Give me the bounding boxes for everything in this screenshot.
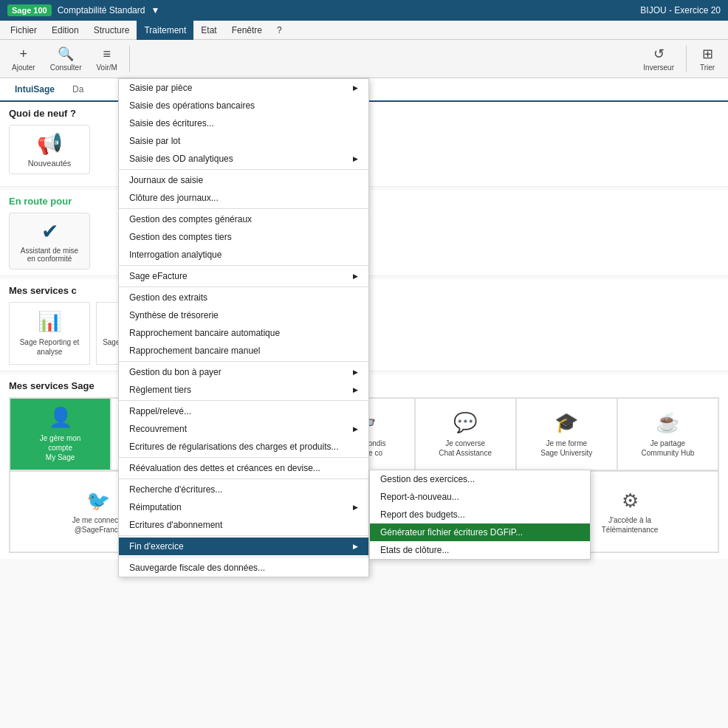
reporting-label: Sage Reporting etanalyse: [20, 337, 80, 357]
consult-icon: 🔍: [58, 46, 74, 62]
fin-exercice-submenu: Gestion des exercices... Report-à-nouvea…: [369, 470, 591, 560]
university-label: Je me formeSage University: [540, 439, 592, 458]
voir-icon: ≡: [103, 47, 111, 62]
conformite-icon: ✔: [41, 219, 58, 244]
sep1: [119, 169, 368, 170]
menu-etat[interactable]: Etat: [193, 21, 224, 40]
submenu-generateur-dgfip[interactable]: Générateur fichier écritures DGFiP...: [370, 523, 590, 541]
menu-fenetre[interactable]: Fenêtre: [224, 21, 269, 40]
menu-reimputation[interactable]: Réimputation▶: [119, 498, 368, 516]
menu-structure[interactable]: Structure: [86, 21, 137, 40]
university-icon: 🎓: [554, 411, 578, 434]
submenu-gestion-exercices[interactable]: Gestion des exercices...: [370, 470, 590, 488]
toolbar: + Ajouter 🔍 Consulter ≡ Voir/M ↺ Inverse…: [0, 40, 728, 78]
consult-button[interactable]: 🔍 Consulter: [44, 43, 88, 75]
community-label: Je partageCommunity Hub: [642, 439, 695, 458]
en-route-card[interactable]: ✔ Assistant de mise en conformité: [9, 213, 90, 269]
tab-intuisage[interactable]: IntuiSage: [6, 78, 63, 102]
service-my-sage[interactable]: 👤 Je gère moncompteMy Sage: [10, 398, 111, 470]
chat-icon: 💬: [453, 411, 477, 434]
voir-button[interactable]: ≡ Voir/M: [91, 44, 123, 75]
menu-saisie-od[interactable]: Saisie des OD analytiques▶: [119, 150, 368, 168]
menu-fichier[interactable]: Fichier: [3, 21, 44, 40]
service-community-hub[interactable]: ☕ Je partageCommunity Hub: [617, 398, 718, 470]
add-button[interactable]: + Ajouter: [6, 44, 41, 75]
menu-rappel[interactable]: Rappel/relevé...: [119, 402, 368, 420]
menu-journaux[interactable]: Journaux de saisie: [119, 171, 368, 189]
menu-ecritures-abonnement[interactable]: Ecritures d'abonnement: [119, 516, 368, 534]
my-sage-icon: 👤: [49, 406, 72, 429]
menu-recouvrement[interactable]: Recouvrement▶: [119, 420, 368, 438]
menu-bar: Fichier Edition Structure Traitement Eta…: [0, 21, 728, 40]
sep8: [119, 478, 368, 479]
service-chat-assistance[interactable]: 💬 Je converseChat Assistance: [415, 398, 516, 470]
menu-traitement[interactable]: Traitement: [137, 21, 193, 40]
reporting-icon: 📊: [38, 310, 61, 333]
my-sage-label: Je gère moncompteMy Sage: [40, 433, 81, 462]
sep4: [119, 286, 368, 287]
sep3: [119, 265, 368, 266]
sep2: [119, 208, 368, 209]
menu-synthese-tresorerie[interactable]: Synthèse de trésorerie: [119, 306, 368, 324]
sep5: [119, 361, 368, 362]
news-icon: 📢: [37, 131, 63, 156]
sep10: [119, 557, 368, 557]
voir-label: Voir/M: [97, 63, 117, 72]
twitter-icon: 🐦: [86, 490, 110, 512]
telemaintenance-icon: ⚙: [622, 490, 639, 512]
menu-sauvegarde[interactable]: Sauvegarde fiscale des données...: [119, 559, 368, 577]
consult-label: Consulter: [50, 63, 82, 72]
menu-fin-exercice[interactable]: Fin d'exercice▶: [119, 538, 368, 555]
tab-da[interactable]: Da: [63, 78, 92, 100]
menu-saisie-piece[interactable]: Saisie par pièce▶: [119, 79, 368, 97]
service-sage-reporting[interactable]: 📊 Sage Reporting etanalyse: [9, 302, 90, 365]
toolbar-separator: [129, 46, 130, 72]
news-card[interactable]: 📢 Nouveautés: [9, 125, 90, 174]
sep9: [119, 535, 368, 536]
menu-aide[interactable]: ?: [269, 21, 289, 40]
sage-france-label: Je me connecte@SageFrance: [72, 515, 125, 535]
app-title: Comptabilité Standard: [58, 5, 145, 16]
menu-recherche-ecritures[interactable]: Recherche d'écritures...: [119, 481, 368, 498]
inverseur-button[interactable]: ↺ Inverseur: [637, 43, 680, 75]
sep6: [119, 400, 368, 401]
service-sage-university[interactable]: 🎓 Je me formeSage University: [516, 398, 617, 470]
menu-interrogation-analytique[interactable]: Interrogation analytique: [119, 246, 368, 264]
sage-logo: Sage 100: [7, 4, 52, 16]
menu-edition[interactable]: Edition: [44, 21, 86, 40]
menu-rapprochement-manuel[interactable]: Rapprochement bancaire manuel: [119, 342, 368, 360]
en-route-label: Assistant de mise en conformité: [16, 247, 83, 263]
main-content: IntuiSage Da Quoi de neuf ? 📢 Nouveautés…: [0, 78, 728, 728]
menu-saisie-ecritures[interactable]: Saisie des écritures...: [119, 114, 368, 132]
menu-comptes-tiers[interactable]: Gestion des comptes tiers: [119, 228, 368, 246]
submenu-report-nouveau[interactable]: Report-à-nouveau...: [370, 488, 590, 506]
submenu-report-budgets[interactable]: Report des budgets...: [370, 506, 590, 523]
trier-button[interactable]: ⊞ Trier: [693, 43, 722, 75]
add-icon: +: [20, 47, 28, 62]
news-label: Nouveautés: [28, 159, 72, 168]
exercise-title: BIJOU - Exercice 20: [640, 5, 721, 16]
menu-rapprochement-auto[interactable]: Rapprochement bancaire automatique: [119, 324, 368, 342]
menu-saisie-bancaires[interactable]: Saisie des opérations bancaires: [119, 97, 368, 114]
chat-label: Je converseChat Assistance: [439, 439, 492, 458]
telemaintenance-label: J'accède à laTélémaintenance: [602, 515, 659, 535]
menu-reglement-tiers[interactable]: Règlement tiers▶: [119, 381, 368, 399]
trier-icon: ⊞: [702, 46, 713, 62]
menu-bon-a-payer[interactable]: Gestion du bon à payer▶: [119, 363, 368, 381]
menu-sage-efacture[interactable]: Sage eFacture▶: [119, 267, 368, 285]
menu-gestion-extraits[interactable]: Gestion des extraits: [119, 289, 368, 306]
menu-comptes-generaux[interactable]: Gestion des comptes généraux: [119, 210, 368, 228]
menu-saisie-lot[interactable]: Saisie par lot: [119, 132, 368, 150]
community-icon: ☕: [656, 411, 679, 434]
trier-label: Trier: [700, 63, 715, 72]
traitement-menu: Saisie par pièce▶ Saisie des opérations …: [118, 78, 369, 577]
add-label: Ajouter: [12, 63, 35, 72]
inverseur-label: Inverseur: [643, 63, 674, 72]
title-bar: Sage 100 Comptabilité Standard ▼ BIJOU -…: [0, 0, 728, 21]
toolbar-separator2: [686, 46, 687, 72]
menu-ecritures-regul[interactable]: Ecritures de régularisations des charges…: [119, 438, 368, 456]
menu-cloture-journaux[interactable]: Clôture des journaux...: [119, 189, 368, 207]
menu-reevaluation[interactable]: Réévaluation des dettes et créances en d…: [119, 459, 368, 477]
submenu-etats-cloture[interactable]: Etats de clôture...: [370, 541, 590, 559]
dropdown-arrow-icon[interactable]: ▼: [151, 5, 159, 16]
